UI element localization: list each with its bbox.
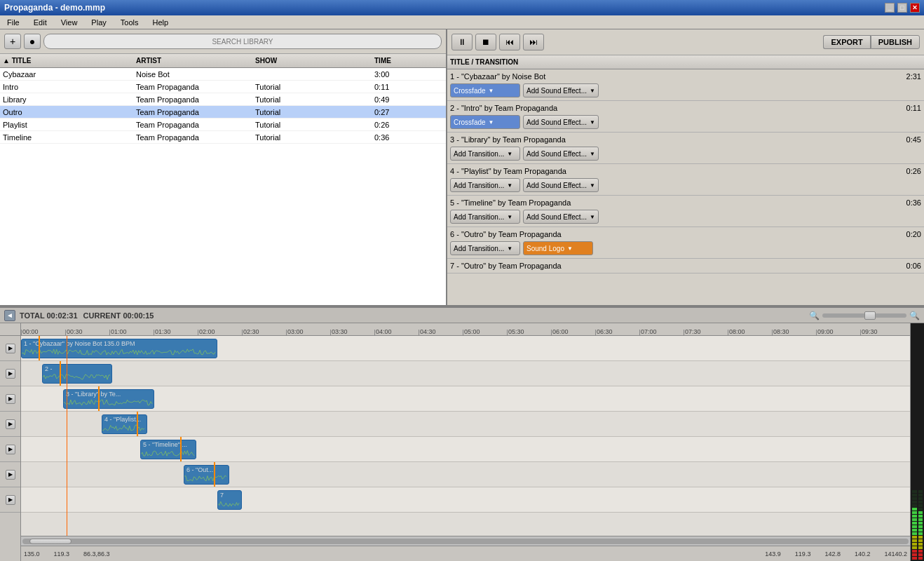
dropdown-arrow-icon: ▼ xyxy=(507,151,512,157)
transition-dropdown[interactable]: Add Transition... ▼ xyxy=(450,210,520,224)
track-play-3[interactable]: ▶ xyxy=(6,394,15,404)
vu-channel xyxy=(918,490,923,560)
vu-segment xyxy=(918,508,923,511)
track-row[interactable]: 7 xyxy=(21,487,910,513)
minimize-button[interactable]: _ xyxy=(885,3,895,13)
zoom-slider[interactable] xyxy=(822,313,906,318)
sound-effect-dropdown[interactable]: Sound Logo ▼ xyxy=(523,241,593,255)
add-track-button[interactable]: + xyxy=(4,34,21,49)
vu-segment xyxy=(912,508,917,511)
sound-effect-dropdown[interactable]: Add Sound Effect... ▼ xyxy=(523,147,599,161)
library-row[interactable]: Cybazaar Noise Bot 3:00 xyxy=(0,68,446,81)
track-row[interactable]: 6 - "Out... xyxy=(21,462,910,487)
stop-button[interactable]: ⏹ xyxy=(475,34,496,50)
transition-dropdown[interactable]: Add Transition... ▼ xyxy=(450,147,520,161)
export-button[interactable]: EXPORT xyxy=(823,35,869,49)
menu-view[interactable]: View xyxy=(57,18,82,27)
sound-effect-label: Sound Logo xyxy=(526,245,564,252)
track-block[interactable]: 2 - xyxy=(42,364,112,384)
ruler-mark: 04:30 xyxy=(420,328,436,335)
track-row[interactable]: 5 - "Timeline" ... xyxy=(21,437,910,462)
lib-cell-show: Tutorial xyxy=(252,95,372,104)
track-block[interactable]: 4 - "Playlist... xyxy=(102,414,147,434)
lib-cell-time: 3:00 xyxy=(372,70,428,79)
close-button[interactable]: ✕ xyxy=(910,3,920,13)
library-row[interactable]: Library Team Propaganda Tutorial 0:49 xyxy=(0,93,446,106)
zoom-out-icon[interactable]: 🔍 xyxy=(809,311,820,320)
track-play-4[interactable]: ▶ xyxy=(6,419,15,429)
track-label-5: ▶ xyxy=(0,437,20,462)
menu-tools[interactable]: Tools xyxy=(116,18,143,27)
track-play-7[interactable]: ▶ xyxy=(6,495,15,505)
tracks-area[interactable]: 1 - "Cybazaar" by Noise Bot 135.0 BPM 2 … xyxy=(21,336,910,536)
vu-segment xyxy=(918,504,923,507)
sound-effect-dropdown[interactable]: Add Sound Effect... ▼ xyxy=(523,115,599,129)
sound-effect-label: Add Sound Effect... xyxy=(526,87,587,95)
track-play-5[interactable]: ▶ xyxy=(6,445,15,454)
transition-dropdown[interactable]: Crossfade ▼ xyxy=(450,115,520,129)
transition-dropdown[interactable]: Add Transition... ▼ xyxy=(450,241,520,255)
track-connection-line xyxy=(39,336,40,360)
ruler-mark: 00:00 xyxy=(22,328,39,335)
track-row[interactable]: 1 - "Cybazaar" by Noise Bot 135.0 BPM xyxy=(21,336,910,361)
next-button[interactable]: ⏭ xyxy=(523,34,544,50)
transition-item: 3 - "Library" by Team Propaganda 0:45 Ad… xyxy=(447,133,924,164)
vu-channel xyxy=(912,490,917,560)
vu-segment xyxy=(918,529,923,532)
sound-dropdown-arrow-icon: ▼ xyxy=(590,88,595,94)
menu-play[interactable]: Play xyxy=(87,18,110,27)
record-button[interactable]: ● xyxy=(24,34,41,49)
maximize-button[interactable]: □ xyxy=(897,3,907,13)
publish-button[interactable]: PUBLISH xyxy=(871,35,920,49)
track-block[interactable]: 3 - "Library" by Te... xyxy=(63,389,154,409)
library-row[interactable]: Intro Team Propaganda Tutorial 0:11 xyxy=(0,81,446,93)
sound-effect-dropdown[interactable]: Add Sound Effect... ▼ xyxy=(523,83,599,97)
lib-cell-time: 0:27 xyxy=(372,108,428,116)
transition-item-label: 5 - "Timeline" by Team Propaganda xyxy=(450,198,571,207)
ruler-mark: 07:00 xyxy=(641,328,657,335)
search-input[interactable] xyxy=(43,34,442,49)
track-row[interactable]: 3 - "Library" by Te... xyxy=(21,386,910,412)
track-block[interactable]: 6 - "Out... xyxy=(184,465,229,485)
timeline-collapse-button[interactable]: ◄ xyxy=(4,310,15,321)
menu-help[interactable]: Help xyxy=(148,18,172,27)
transition-item: 2 - "Intro" by Team Propaganda 0:11 Cros… xyxy=(447,101,924,133)
vu-segment xyxy=(912,501,917,503)
col-time[interactable]: TIME xyxy=(372,57,428,65)
col-artist[interactable]: ARTIST xyxy=(133,57,252,65)
scrollbar-thumb[interactable] xyxy=(29,539,72,544)
bpm-label-1: 135.0 xyxy=(24,550,40,557)
track-block[interactable]: 1 - "Cybazaar" by Noise Bot 135.0 BPM xyxy=(21,339,217,358)
track-row[interactable]: 2 - xyxy=(21,361,910,386)
horizontal-scrollbar[interactable] xyxy=(21,536,910,546)
library-row[interactable]: Outro Team Propaganda Tutorial 0:27 xyxy=(0,106,446,119)
pause-button[interactable]: ⏸ xyxy=(451,34,473,50)
prev-button[interactable]: ⏮ xyxy=(499,34,520,50)
track-play-6[interactable]: ▶ xyxy=(6,470,15,480)
library-row[interactable]: Timeline Team Propaganda Tutorial 0:36 xyxy=(0,131,446,144)
transition-item: 4 - "Playlist" by Team Propaganda 0:26 A… xyxy=(447,164,924,196)
ruler-mark: 06:30 xyxy=(597,328,613,335)
track-block[interactable]: 5 - "Timeline" ... xyxy=(140,440,196,459)
transition-item: 5 - "Timeline" by Team Propaganda 0:36 A… xyxy=(447,196,924,227)
track-play-2[interactable]: ▶ xyxy=(6,369,15,379)
zoom-in-icon[interactable]: 🔍 xyxy=(909,311,920,320)
sound-effect-dropdown[interactable]: Add Sound Effect... ▼ xyxy=(523,210,599,224)
track-block[interactable]: 7 xyxy=(217,490,242,510)
menu-edit[interactable]: Edit xyxy=(29,18,51,27)
track-label-6: ▶ xyxy=(0,462,20,487)
vu-segment xyxy=(918,546,923,549)
vu-segment xyxy=(918,543,923,546)
menu-file[interactable]: File xyxy=(3,18,24,27)
library-row[interactable]: Playlist Team Propaganda Tutorial 0:26 xyxy=(0,119,446,131)
ruler-mark: 02:30 xyxy=(243,328,259,335)
col-show[interactable]: SHOW xyxy=(252,57,372,65)
sound-effect-dropdown[interactable]: Add Sound Effect... ▼ xyxy=(523,178,599,192)
track-label-3: ▶ xyxy=(0,386,20,412)
track-play-1[interactable]: ▶ xyxy=(6,344,15,353)
transition-dropdown[interactable]: Crossfade ▼ xyxy=(450,83,520,97)
vu-segment xyxy=(912,550,917,553)
transition-dropdown[interactable]: Add Transition... ▼ xyxy=(450,178,520,192)
track-row[interactable]: 4 - "Playlist... xyxy=(21,412,910,437)
lib-cell-show: Tutorial xyxy=(252,108,372,116)
